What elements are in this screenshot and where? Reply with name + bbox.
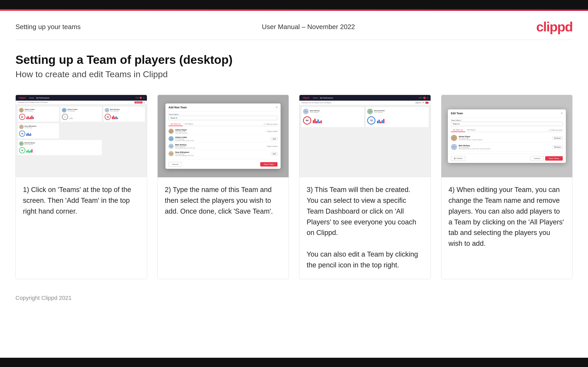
modal2-player-list: AP Adrian Player Plus Handicap The Shire… xyxy=(451,134,563,152)
step-3-text: 3) This Team will then be created. You c… xyxy=(299,177,431,279)
add-player4-button[interactable]: Add xyxy=(271,152,278,155)
step-4-screenshot: Edit Team × Team Name * Team A My Team (… xyxy=(441,95,573,177)
modal2-team-name-label: Team Name * xyxy=(451,119,563,121)
modal2-title: Edit Team xyxy=(451,112,463,115)
modal1-close[interactable]: × xyxy=(276,106,278,109)
modal2-save-button[interactable]: Save Team xyxy=(545,156,563,161)
remove-player2-button[interactable]: Remove xyxy=(552,145,562,149)
modal1-team-name-label: Team Name * xyxy=(169,113,278,115)
modal1-title: Add New Team xyxy=(169,106,187,109)
remove-player1-button[interactable]: Remove xyxy=(552,136,562,140)
modal1-save-button[interactable]: Save Team xyxy=(260,162,278,167)
modal2-tab-all-players[interactable]: All Players xyxy=(465,128,478,132)
player3-status: Player Added xyxy=(267,145,278,147)
step-3-screenshot: clippd Home My Performance Showing 2 out xyxy=(299,95,431,177)
modal2-tab-my-team[interactable]: My Team (2) xyxy=(451,128,465,132)
step-1-screenshot: clippd Home My Performance Showing 5 out xyxy=(16,95,147,177)
header: Setting up your teams User Manual – Nove… xyxy=(0,11,588,40)
header-manual-title: User Manual – November 2022 xyxy=(262,23,355,31)
step-4-card: Edit Team × Team Name * Team A My Team (… xyxy=(441,95,573,279)
modal2-close[interactable]: × xyxy=(561,111,563,115)
header-logo: clippd xyxy=(536,19,573,34)
page-footer: Copyright Clippd 2021 xyxy=(0,290,588,307)
step-4-text: 4) When editing your Team, you can chang… xyxy=(441,177,573,279)
modal2-team-name-input[interactable]: Team A xyxy=(451,122,563,126)
steps-grid: clippd Home My Performance Showing 5 out xyxy=(15,95,573,279)
modal1-filter: Filter by name xyxy=(264,122,278,126)
page-title: Setting up a Team of players (desktop) xyxy=(15,53,573,67)
step-2-text: 2) Type the name of this Team and then s… xyxy=(158,177,289,279)
modal2-cancel-button[interactable]: Cancel xyxy=(531,156,544,161)
trash-icon: 🗑 xyxy=(454,157,456,160)
modal1-cancel-button[interactable]: Cancel xyxy=(169,162,182,167)
player1-status: Player Added xyxy=(267,130,278,132)
modal1-team-name-input[interactable]: Team A xyxy=(169,116,278,120)
step-2-screenshot: Add New Team × Team Name * Team A My Tea… xyxy=(158,95,289,177)
step-2-card: Add New Team × Team Name * Team A My Tea… xyxy=(157,95,289,279)
main-content: Setting up a Team of players (desktop) H… xyxy=(0,40,588,290)
step-3-card: clippd Home My Performance Showing 2 out xyxy=(299,95,431,279)
add-player2-button[interactable]: Add xyxy=(271,137,278,141)
modal1-tab-my-team[interactable]: My Team (2) xyxy=(169,122,183,126)
modal1-player-list: AP Adrian Player Plus Handicap The Shire… xyxy=(169,128,278,158)
bottom-bar xyxy=(0,358,588,367)
step-1-text: 1) Click on 'Teams' at the top of the sc… xyxy=(16,177,147,279)
modal2-filter: Filter by name xyxy=(549,128,562,132)
copyright-text: Copyright Clippd 2021 xyxy=(15,295,72,301)
modal2-delete-button[interactable]: 🗑 Delete xyxy=(451,156,465,161)
step-1-card: clippd Home My Performance Showing 5 out xyxy=(15,95,147,279)
page-subtitle: How to create and edit Teams in Clippd xyxy=(15,69,573,79)
top-bar xyxy=(0,0,588,9)
header-section-title: Setting up your teams xyxy=(15,23,81,31)
modal1-tab-all-players[interactable]: All Players xyxy=(183,122,195,126)
